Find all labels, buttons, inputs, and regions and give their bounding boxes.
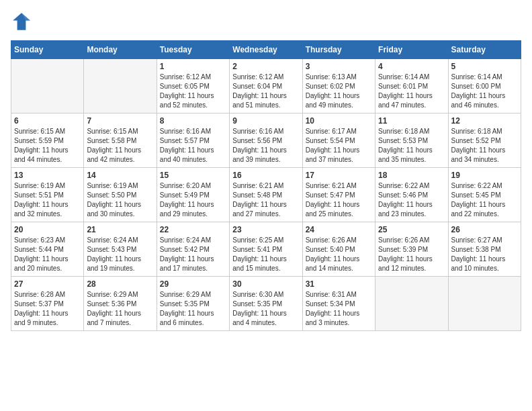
calendar-cell: 8Sunrise: 6:16 AM Sunset: 5:57 PM Daylig… [157, 113, 229, 168]
calendar-cell: 14Sunrise: 6:19 AM Sunset: 5:50 PM Dayli… [84, 168, 157, 222]
calendar-cell: 20Sunrise: 6:23 AM Sunset: 5:44 PM Dayli… [11, 222, 84, 277]
calendar-cell: 31Sunrise: 6:31 AM Sunset: 5:34 PM Dayli… [302, 277, 375, 331]
day-number: 18 [378, 171, 445, 180]
day-info: Sunrise: 6:16 AM Sunset: 5:56 PM Dayligh… [232, 127, 299, 165]
day-info: Sunrise: 6:15 AM Sunset: 5:58 PM Dayligh… [87, 127, 153, 165]
calendar-cell [448, 277, 521, 331]
weekday-header-wednesday: Wednesday [230, 41, 302, 59]
calendar-cell: 24Sunrise: 6:26 AM Sunset: 5:40 PM Dayli… [302, 222, 375, 277]
day-number: 23 [232, 225, 299, 234]
calendar-cell: 6Sunrise: 6:15 AM Sunset: 5:59 PM Daylig… [11, 113, 84, 168]
day-number: 24 [306, 225, 372, 234]
day-info: Sunrise: 6:30 AM Sunset: 5:35 PM Dayligh… [232, 290, 299, 328]
day-info: Sunrise: 6:17 AM Sunset: 5:54 PM Dayligh… [306, 127, 372, 165]
logo [11, 11, 35, 32]
day-number: 11 [378, 116, 445, 126]
calendar-cell: 27Sunrise: 6:28 AM Sunset: 5:37 PM Dayli… [11, 277, 84, 331]
day-info: Sunrise: 6:26 AM Sunset: 5:39 PM Dayligh… [378, 236, 445, 273]
calendar-cell: 7Sunrise: 6:15 AM Sunset: 5:58 PM Daylig… [84, 113, 157, 168]
calendar-cell: 15Sunrise: 6:20 AM Sunset: 5:49 PM Dayli… [157, 168, 229, 222]
day-number: 28 [87, 279, 153, 289]
day-number: 27 [14, 279, 81, 289]
weekday-header-monday: Monday [84, 41, 157, 59]
day-info: Sunrise: 6:13 AM Sunset: 6:02 PM Dayligh… [306, 73, 372, 110]
day-number: 10 [306, 116, 372, 126]
day-info: Sunrise: 6:29 AM Sunset: 5:36 PM Dayligh… [87, 290, 153, 328]
calendar-cell: 16Sunrise: 6:21 AM Sunset: 5:48 PM Dayli… [230, 168, 302, 222]
day-info: Sunrise: 6:18 AM Sunset: 5:53 PM Dayligh… [378, 127, 445, 165]
calendar-cell: 1Sunrise: 6:12 AM Sunset: 6:05 PM Daylig… [157, 59, 229, 113]
day-number: 5 [451, 62, 518, 71]
day-info: Sunrise: 6:23 AM Sunset: 5:44 PM Dayligh… [14, 236, 81, 273]
day-number: 9 [232, 116, 299, 126]
day-number: 15 [160, 171, 226, 180]
day-number: 26 [451, 225, 518, 234]
svg-marker-0 [13, 13, 30, 30]
calendar-cell: 12Sunrise: 6:18 AM Sunset: 5:52 PM Dayli… [448, 113, 521, 168]
day-info: Sunrise: 6:25 AM Sunset: 5:41 PM Dayligh… [232, 236, 299, 273]
day-number: 13 [14, 171, 81, 180]
day-number: 7 [87, 116, 153, 126]
day-number: 31 [306, 279, 372, 289]
day-number: 6 [14, 116, 81, 126]
calendar-cell: 19Sunrise: 6:22 AM Sunset: 5:45 PM Dayli… [448, 168, 521, 222]
calendar-cell: 23Sunrise: 6:25 AM Sunset: 5:41 PM Dayli… [230, 222, 302, 277]
day-info: Sunrise: 6:26 AM Sunset: 5:40 PM Dayligh… [306, 236, 372, 273]
calendar-cell: 4Sunrise: 6:14 AM Sunset: 6:01 PM Daylig… [375, 59, 448, 113]
calendar-cell [375, 277, 448, 331]
day-info: Sunrise: 6:14 AM Sunset: 6:01 PM Dayligh… [378, 73, 445, 110]
day-info: Sunrise: 6:12 AM Sunset: 6:05 PM Dayligh… [160, 73, 226, 110]
day-number: 21 [87, 225, 153, 234]
day-number: 14 [87, 171, 153, 180]
calendar-cell: 11Sunrise: 6:18 AM Sunset: 5:53 PM Dayli… [375, 113, 448, 168]
calendar-cell: 28Sunrise: 6:29 AM Sunset: 5:36 PM Dayli… [84, 277, 157, 331]
day-number: 3 [306, 62, 372, 71]
day-number: 16 [232, 171, 299, 180]
logo-icon [11, 11, 32, 32]
day-info: Sunrise: 6:14 AM Sunset: 6:00 PM Dayligh… [451, 73, 518, 110]
weekday-header-saturday: Saturday [448, 41, 521, 59]
day-info: Sunrise: 6:31 AM Sunset: 5:34 PM Dayligh… [306, 290, 372, 328]
day-number: 17 [306, 171, 372, 180]
day-number: 19 [451, 171, 518, 180]
calendar-cell: 26Sunrise: 6:27 AM Sunset: 5:38 PM Dayli… [448, 222, 521, 277]
day-number: 22 [160, 225, 226, 234]
day-info: Sunrise: 6:15 AM Sunset: 5:59 PM Dayligh… [14, 127, 81, 165]
day-info: Sunrise: 6:12 AM Sunset: 6:04 PM Dayligh… [232, 73, 299, 110]
day-info: Sunrise: 6:19 AM Sunset: 5:51 PM Dayligh… [14, 181, 81, 219]
day-number: 25 [378, 225, 445, 234]
calendar-cell: 10Sunrise: 6:17 AM Sunset: 5:54 PM Dayli… [302, 113, 375, 168]
day-info: Sunrise: 6:27 AM Sunset: 5:38 PM Dayligh… [451, 236, 518, 273]
day-info: Sunrise: 6:16 AM Sunset: 5:57 PM Dayligh… [160, 127, 226, 165]
calendar-cell: 5Sunrise: 6:14 AM Sunset: 6:00 PM Daylig… [448, 59, 521, 113]
calendar-cell: 30Sunrise: 6:30 AM Sunset: 5:35 PM Dayli… [230, 277, 302, 331]
day-info: Sunrise: 6:21 AM Sunset: 5:47 PM Dayligh… [306, 181, 372, 219]
calendar-cell: 17Sunrise: 6:21 AM Sunset: 5:47 PM Dayli… [302, 168, 375, 222]
calendar-week-row: 13Sunrise: 6:19 AM Sunset: 5:51 PM Dayli… [11, 168, 521, 222]
page-header [11, 11, 521, 32]
calendar-cell: 9Sunrise: 6:16 AM Sunset: 5:56 PM Daylig… [230, 113, 302, 168]
day-info: Sunrise: 6:28 AM Sunset: 5:37 PM Dayligh… [14, 290, 81, 328]
weekday-header-tuesday: Tuesday [157, 41, 229, 59]
calendar-cell [84, 59, 157, 113]
calendar-week-row: 20Sunrise: 6:23 AM Sunset: 5:44 PM Dayli… [11, 222, 521, 277]
day-number: 12 [451, 116, 518, 126]
day-info: Sunrise: 6:24 AM Sunset: 5:42 PM Dayligh… [160, 236, 226, 273]
day-info: Sunrise: 6:22 AM Sunset: 5:45 PM Dayligh… [451, 181, 518, 219]
weekday-header-thursday: Thursday [302, 41, 375, 59]
day-number: 30 [232, 279, 299, 289]
day-number: 20 [14, 225, 81, 234]
day-number: 4 [378, 62, 445, 71]
day-info: Sunrise: 6:24 AM Sunset: 5:43 PM Dayligh… [87, 236, 153, 273]
day-info: Sunrise: 6:18 AM Sunset: 5:52 PM Dayligh… [451, 127, 518, 165]
calendar-cell: 13Sunrise: 6:19 AM Sunset: 5:51 PM Dayli… [11, 168, 84, 222]
calendar-cell: 3Sunrise: 6:13 AM Sunset: 6:02 PM Daylig… [302, 59, 375, 113]
day-number: 2 [232, 62, 299, 71]
weekday-header-sunday: Sunday [11, 41, 84, 59]
weekday-header-row: SundayMondayTuesdayWednesdayThursdayFrid… [11, 41, 521, 59]
calendar-cell: 2Sunrise: 6:12 AM Sunset: 6:04 PM Daylig… [230, 59, 302, 113]
day-info: Sunrise: 6:19 AM Sunset: 5:50 PM Dayligh… [87, 181, 153, 219]
calendar-week-row: 1Sunrise: 6:12 AM Sunset: 6:05 PM Daylig… [11, 59, 521, 113]
day-number: 8 [160, 116, 226, 126]
day-info: Sunrise: 6:22 AM Sunset: 5:46 PM Dayligh… [378, 181, 445, 219]
